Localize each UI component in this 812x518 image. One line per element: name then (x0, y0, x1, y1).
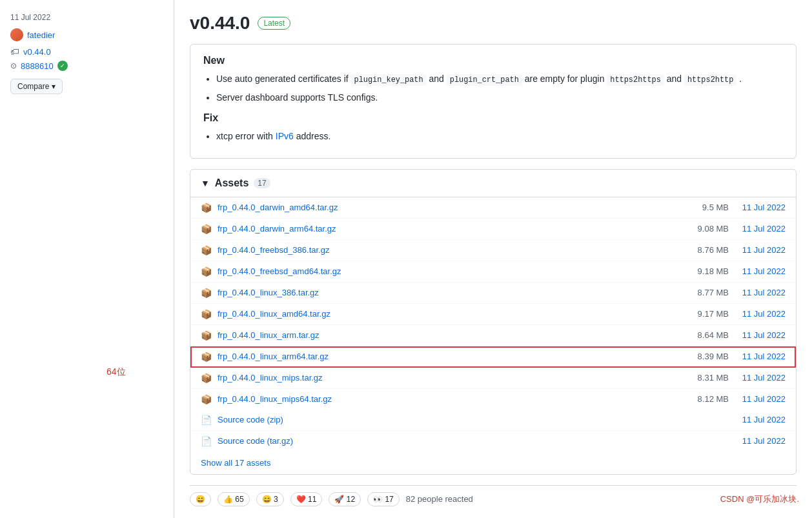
source-date: 11 Jul 2022 (734, 415, 786, 424)
asset-date: 11 Jul 2022 (734, 245, 786, 255)
asset-size: 8.77 MB (677, 288, 729, 297)
source-date: 11 Jul 2022 (734, 436, 786, 446)
asset-row: 📦 frp_0.44.0_linux_amd64.tar.gz 9.17 MB … (190, 304, 796, 325)
main-content: v0.44.0 Latest New Use auto generated ce… (174, 0, 812, 518)
archive-icon: 📦 (201, 330, 212, 341)
source-rows: 📄 Source code (zip) 11 Jul 2022 📄 Source… (190, 410, 796, 452)
asset-date: 11 Jul 2022 (734, 373, 786, 383)
asset-name-link[interactable]: frp_0.44.0_freebsd_amd64.tar.gz (218, 266, 672, 276)
reaction-smile[interactable]: 😄 3 (256, 492, 284, 506)
tag-link[interactable]: v0.44.0 (23, 47, 51, 57)
asset-name-link[interactable]: frp_0.44.0_linux_amd64.tar.gz (218, 309, 672, 319)
release-header: v0.44.0 Latest (190, 13, 797, 34)
watermark: CSDN @可乐加冰块. (720, 493, 799, 505)
reaction-smiley[interactable]: 😄 (190, 492, 211, 506)
archive-icon: 📦 (201, 309, 212, 319)
archive-icon: 📦 (201, 352, 212, 362)
asset-size: 8.31 MB (677, 373, 729, 383)
source-icon: 📄 (201, 415, 212, 425)
asset-date: 11 Jul 2022 (734, 330, 786, 340)
asset-date: 11 Jul 2022 (734, 394, 786, 404)
new-item-1: Use auto generated certificates if plugi… (216, 72, 783, 86)
new-items-list: Use auto generated certificates if plugi… (203, 72, 783, 105)
asset-date: 11 Jul 2022 (734, 203, 786, 212)
asset-row: 📦 frp_0.44.0_linux_mips64.tar.gz 8.12 MB… (190, 389, 796, 410)
author-row: fatedier (10, 28, 163, 41)
asset-date: 11 Jul 2022 (734, 352, 786, 361)
asset-size: 9.18 MB (677, 266, 729, 276)
reaction-heart[interactable]: ❤️ 11 (290, 492, 323, 506)
asset-name-link[interactable]: frp_0.44.0_linux_arm.tar.gz (218, 330, 672, 340)
author-link[interactable]: fatedier (27, 30, 55, 40)
source-name-link[interactable]: Source code (zip) (218, 415, 672, 424)
assets-section: ▼ Assets 17 📦 frp_0.44.0_darwin_amd64.ta… (190, 169, 797, 475)
commit-link[interactable]: 8888610 (21, 61, 54, 71)
release-notes: New Use auto generated certificates if p… (190, 44, 797, 159)
new-item-2: Server dashboard supports TLS configs. (216, 90, 783, 105)
fix-section-heading: Fix (203, 112, 783, 124)
asset-row: 📦 frp_0.44.0_linux_386.tar.gz 8.77 MB 11… (190, 283, 796, 304)
release-title: v0.44.0 (190, 13, 250, 34)
reaction-rocket[interactable]: 🚀 12 (329, 492, 361, 506)
archive-icon: 📦 (201, 245, 212, 255)
commit-row: ⊙ 8888610 ✓ (10, 61, 163, 71)
asset-name-link[interactable]: frp_0.44.0_darwin_arm64.tar.gz (218, 224, 672, 234)
asset-date: 11 Jul 2022 (734, 288, 786, 297)
asset-name-link[interactable]: frp_0.44.0_linux_mips64.tar.gz (218, 394, 672, 404)
assets-body: 📦 frp_0.44.0_darwin_amd64.tar.gz 9.5 MB … (190, 197, 796, 474)
asset-name-link[interactable]: frp_0.44.0_freebsd_386.tar.gz (218, 245, 672, 255)
commit-icon: ⊙ (10, 61, 17, 70)
source-row: 📄 Source code (tar.gz) 11 Jul 2022 (190, 431, 796, 452)
asset-row: 📦 frp_0.44.0_darwin_amd64.tar.gz 9.5 MB … (190, 197, 796, 219)
tag-row: 🏷 v0.44.0 (10, 46, 163, 57)
reactions-footer: 😄 👍 65 😄 3 ❤️ 11 🚀 12 👀 17 82 people rea… (190, 485, 797, 513)
asset-date: 11 Jul 2022 (734, 224, 786, 234)
source-icon: 📄 (201, 436, 212, 446)
verified-badge: ✓ (57, 61, 68, 71)
source-name-link[interactable]: Source code (tar.gz) (218, 436, 672, 446)
asset-date: 11 Jul 2022 (734, 309, 786, 319)
fix-items-list: xtcp error with IPv6 address. (203, 129, 783, 143)
release-date: 11 Jul 2022 (10, 13, 163, 22)
assets-header: ▼ Assets 17 (190, 170, 796, 197)
asset-size: 8.76 MB (677, 245, 729, 255)
source-row: 📄 Source code (zip) 11 Jul 2022 (190, 410, 796, 431)
reaction-eyes[interactable]: 👀 17 (367, 492, 400, 506)
new-section-heading: New (203, 55, 783, 66)
archive-icon: 📦 (201, 288, 212, 298)
asset-name-link[interactable]: frp_0.44.0_linux_386.tar.gz (218, 288, 672, 297)
asset-row: 📦 frp_0.44.0_darwin_arm64.tar.gz 9.08 MB… (190, 219, 796, 240)
asset-size: 8.12 MB (677, 394, 729, 404)
reaction-thumbsup[interactable]: 👍 65 (218, 492, 250, 506)
assets-collapse-icon[interactable]: ▼ (201, 178, 210, 188)
asset-size: 9.08 MB (677, 224, 729, 234)
archive-icon: 📦 (201, 224, 212, 234)
archive-icon: 📦 (201, 266, 212, 277)
asset-row: 📦 frp_0.44.0_linux_arm64.tar.gz 8.39 MB … (190, 346, 796, 368)
asset-size: 8.64 MB (677, 330, 729, 340)
asset-row: 📦 frp_0.44.0_freebsd_386.tar.gz 8.76 MB … (190, 240, 796, 261)
compare-button[interactable]: Compare ▾ (10, 79, 63, 94)
sidebar: 11 Jul 2022 fatedier 🏷 v0.44.0 ⊙ 8888610… (0, 0, 174, 518)
avatar (10, 28, 23, 41)
reactions-text: 82 people reacted (406, 494, 473, 504)
asset-name-link[interactable]: frp_0.44.0_linux_arm64.tar.gz (218, 352, 672, 361)
asset-name-link[interactable]: frp_0.44.0_linux_mips.tar.gz (218, 373, 672, 383)
asset-size: 9.17 MB (677, 309, 729, 319)
archive-icon: 📦 (201, 394, 212, 404)
chevron-down-icon: ▾ (52, 82, 56, 91)
archive-icon: 📦 (201, 373, 212, 383)
asset-name-link[interactable]: frp_0.44.0_darwin_amd64.tar.gz (218, 203, 672, 212)
show-all-link[interactable]: Show all 17 assets (190, 452, 796, 474)
compare-label: Compare (17, 82, 49, 91)
asset-date: 11 Jul 2022 (734, 266, 786, 276)
archive-icon: 📦 (201, 203, 212, 213)
asset-row: 📦 frp_0.44.0_linux_arm.tar.gz 8.64 MB 11… (190, 325, 796, 346)
asset-row: 📦 frp_0.44.0_freebsd_amd64.tar.gz 9.18 M… (190, 261, 796, 283)
assets-title: Assets (215, 177, 249, 189)
asset-row: 📦 frp_0.44.0_linux_mips.tar.gz 8.31 MB 1… (190, 368, 796, 389)
assets-count: 17 (254, 178, 270, 188)
latest-badge: Latest (258, 17, 290, 30)
asset-rows: 📦 frp_0.44.0_darwin_amd64.tar.gz 9.5 MB … (190, 197, 796, 410)
asset-size: 9.5 MB (677, 203, 729, 212)
